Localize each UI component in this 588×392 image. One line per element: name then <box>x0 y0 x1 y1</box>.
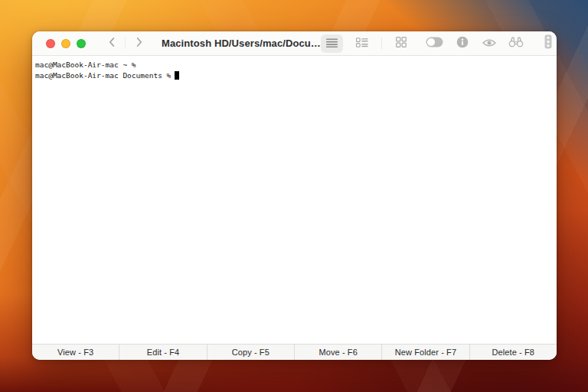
forward-button[interactable] <box>132 36 145 51</box>
traffic-lights <box>46 39 86 48</box>
terminal-prompt-line: mac@MacBook-Air-mac Documents % <box>35 70 554 81</box>
move-f6-button[interactable]: Move - F6 <box>295 345 382 360</box>
detailed-list-view-button[interactable] <box>354 34 370 53</box>
list-view-icon <box>326 37 338 51</box>
terminal-prompt-text: mac@MacBook-Air-mac Documents % <box>35 71 171 80</box>
search-button[interactable] <box>508 34 524 53</box>
preview-button[interactable] <box>482 34 497 53</box>
path-title[interactable]: Macintosh HD/Users/mac/Docu… <box>162 38 321 49</box>
info-icon <box>456 36 469 51</box>
toolbar-divider <box>381 38 382 49</box>
grid-view-button[interactable] <box>394 34 409 53</box>
list-view-button[interactable] <box>321 34 343 53</box>
file-operations-button[interactable] <box>541 34 556 53</box>
view-f3-button[interactable]: View - F3 <box>32 345 119 360</box>
hidden-files-toggle[interactable] <box>426 34 443 53</box>
navigation-controls <box>106 36 145 51</box>
minimize-button[interactable] <box>61 39 70 48</box>
eye-preview-icon <box>482 37 496 51</box>
back-button[interactable] <box>106 36 118 51</box>
edit-f4-button[interactable]: Edit - F4 <box>119 345 207 360</box>
function-key-bar: View - F3 Edit - F4 Copy - F5 Move - F6 … <box>32 344 557 360</box>
binoculars-search-icon <box>508 36 524 51</box>
chevron-right-icon <box>135 37 143 51</box>
file-manager-window: Macintosh HD/Users/mac/Docu… <box>32 31 557 360</box>
title-bar: Macintosh HD/Users/mac/Docu… <box>32 31 557 56</box>
terminal-line: mac@MacBook-Air-mac ~ % <box>35 60 554 70</box>
grid-view-icon <box>396 37 407 51</box>
detailed-list-view-icon <box>356 37 368 51</box>
delete-f8-button[interactable]: Delete - F8 <box>470 345 557 360</box>
toggle-switch-icon <box>426 37 443 51</box>
terminal-cursor <box>175 71 179 80</box>
copy-f5-button[interactable]: Copy - F5 <box>207 345 295 360</box>
close-button[interactable] <box>46 39 55 48</box>
new-folder-f7-button[interactable]: New Folder - F7 <box>382 345 469 360</box>
chevron-left-icon <box>108 37 116 51</box>
toolbar <box>321 34 557 53</box>
desktop-wallpaper: Macintosh HD/Users/mac/Docu… <box>0 0 588 392</box>
info-button[interactable] <box>455 34 470 53</box>
nav-divider <box>125 38 126 49</box>
film-strip-icon <box>544 34 553 52</box>
zoom-button[interactable] <box>77 39 86 48</box>
terminal-pane[interactable]: mac@MacBook-Air-mac ~ % mac@MacBook-Air-… <box>32 56 557 344</box>
